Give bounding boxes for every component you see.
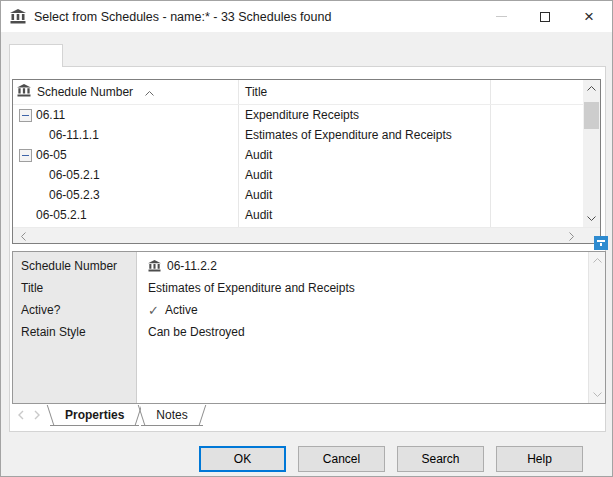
property-row: Title ✓ Estimates of Expenditure and Rec… bbox=[13, 277, 588, 299]
vertical-scrollbar[interactable] bbox=[583, 80, 600, 227]
tab-page: Schedule Number Title 06.11 Expenditure … bbox=[9, 66, 606, 432]
bottom-tab-strip: Properties Notes bbox=[12, 405, 205, 429]
top-tab[interactable] bbox=[9, 44, 63, 67]
title-cell: Audit bbox=[238, 208, 272, 222]
title-cell: Expenditure Receipts bbox=[238, 108, 359, 122]
table-row[interactable]: 06.11 Expenditure Receipts bbox=[13, 105, 600, 125]
ok-button[interactable]: OK bbox=[199, 446, 286, 472]
schedule-table: Schedule Number Title 06.11 Expenditure … bbox=[12, 79, 601, 244]
title-bar[interactable]: Select from Schedules - name:* - 33 Sche… bbox=[1, 1, 612, 32]
table-row[interactable]: 06-05.2.1 Audit bbox=[13, 205, 600, 225]
schedule-number-text: 06-05.2.1 bbox=[49, 168, 100, 182]
scroll-left-button[interactable] bbox=[15, 228, 32, 244]
select-schedules-dialog: Select from Schedules - name:* - 33 Sche… bbox=[0, 0, 613, 477]
property-value: ✓ Can be Destroyed bbox=[138, 325, 245, 339]
search-button[interactable]: Search bbox=[397, 446, 484, 472]
help-button[interactable]: Help bbox=[496, 446, 583, 472]
cancel-button[interactable]: Cancel bbox=[298, 446, 385, 472]
schedule-number-text: 06-05 bbox=[36, 148, 67, 162]
property-label: Title bbox=[13, 281, 138, 295]
property-value: ✓ Estimates of Expenditure and Receipts bbox=[138, 281, 355, 295]
table-body: 06.11 Expenditure Receipts 06-11.1.1 Est… bbox=[13, 105, 600, 225]
tab-label: Notes bbox=[156, 408, 187, 422]
maximize-button[interactable] bbox=[523, 1, 567, 32]
close-icon: × bbox=[584, 8, 594, 25]
schedule-number-text: 06-05.2.1 bbox=[36, 208, 87, 222]
title-cell: Audit bbox=[238, 168, 272, 182]
table-row[interactable]: 06-05.2.3 Audit bbox=[13, 185, 600, 205]
collapse-button[interactable] bbox=[19, 149, 32, 162]
bank-icon bbox=[10, 9, 26, 24]
bank-icon bbox=[17, 84, 31, 100]
close-button[interactable]: × bbox=[567, 1, 611, 32]
scroll-right-button[interactable] bbox=[563, 228, 580, 244]
dialog-button-row: OKCancelSearchHelp bbox=[1, 446, 583, 472]
property-value-text: 06-11.2.2 bbox=[167, 259, 217, 273]
maximize-icon bbox=[540, 12, 550, 22]
scroll-up-button[interactable] bbox=[589, 252, 606, 269]
schedule-number-cell: 06-05.2.1 bbox=[13, 208, 238, 222]
table-header: Schedule Number Title bbox=[13, 80, 600, 105]
scroll-up-button[interactable] bbox=[583, 80, 600, 97]
horizontal-scrollbar[interactable] bbox=[13, 227, 600, 243]
property-row: Active? ✓ Active bbox=[13, 299, 588, 321]
schedule-number-cell: 06-05.2.3 bbox=[13, 188, 238, 202]
tab-scroll-left-icon[interactable] bbox=[18, 409, 24, 423]
minimize-button[interactable] bbox=[479, 1, 523, 32]
scrollbar-thumb[interactable] bbox=[584, 102, 599, 129]
collapse-button[interactable] bbox=[19, 109, 32, 122]
schedule-number-cell: 06-11.1.1 bbox=[13, 128, 238, 142]
minimize-icon bbox=[496, 16, 507, 17]
property-label: Retain Style bbox=[13, 325, 138, 339]
schedule-number-cell: 06-05 bbox=[13, 148, 238, 162]
schedule-number-cell: 06-05.2.1 bbox=[13, 168, 238, 182]
property-row: Retain Style ✓ Can be Destroyed bbox=[13, 321, 588, 343]
schedule-number-text: 06.11 bbox=[36, 108, 65, 122]
scroll-down-button[interactable] bbox=[583, 210, 600, 227]
properties-scrollbar[interactable] bbox=[588, 252, 605, 403]
sort-ascending-icon bbox=[145, 85, 154, 99]
title-cell: Audit bbox=[238, 188, 272, 202]
tab-scroll-right-icon[interactable] bbox=[34, 409, 40, 423]
property-value-text: Can be Destroyed bbox=[148, 325, 245, 339]
property-value-text: Estimates of Expenditure and Receipts bbox=[148, 281, 355, 295]
grid-options-button[interactable] bbox=[594, 236, 608, 250]
table-row[interactable]: 06-05.2.1 Audit bbox=[13, 165, 600, 185]
property-value-text: Active bbox=[165, 303, 198, 317]
title-cell: Estimates of Expenditure and Receipts bbox=[238, 128, 452, 142]
title-cell: Audit bbox=[238, 148, 272, 162]
properties-panel: Schedule Number ✓ 06-11.2.2 Title ✓ Esti… bbox=[12, 251, 606, 404]
property-label: Schedule Number bbox=[13, 259, 138, 273]
properties-rows: Schedule Number ✓ 06-11.2.2 Title ✓ Esti… bbox=[13, 255, 588, 343]
scroll-down-button[interactable] bbox=[589, 386, 606, 403]
column-header-label: Schedule Number bbox=[37, 85, 133, 99]
column-header-schedule-number[interactable]: Schedule Number bbox=[13, 84, 238, 100]
property-row: Schedule Number ✓ 06-11.2.2 bbox=[13, 255, 588, 277]
window-title: Select from Schedules - name:* - 33 Sche… bbox=[34, 10, 331, 24]
tab-notes[interactable]: Notes bbox=[141, 405, 202, 426]
table-row[interactable]: 06-05 Audit bbox=[13, 145, 600, 165]
property-value: ✓ Active bbox=[138, 303, 198, 318]
tab-properties[interactable]: Properties bbox=[50, 405, 139, 426]
property-value: ✓ 06-11.2.2 bbox=[138, 259, 217, 273]
schedule-number-text: 06-11.1.1 bbox=[49, 128, 99, 142]
schedule-number-text: 06-05.2.3 bbox=[49, 188, 100, 202]
property-label: Active? bbox=[13, 303, 138, 317]
schedule-number-cell: 06.11 bbox=[13, 108, 238, 122]
bank-icon bbox=[148, 260, 161, 272]
column-header-title[interactable]: Title bbox=[238, 85, 267, 99]
check-icon: ✓ bbox=[148, 303, 159, 318]
tab-label: Properties bbox=[65, 408, 124, 422]
table-row[interactable]: 06-11.1.1 Estimates of Expenditure and R… bbox=[13, 125, 600, 145]
